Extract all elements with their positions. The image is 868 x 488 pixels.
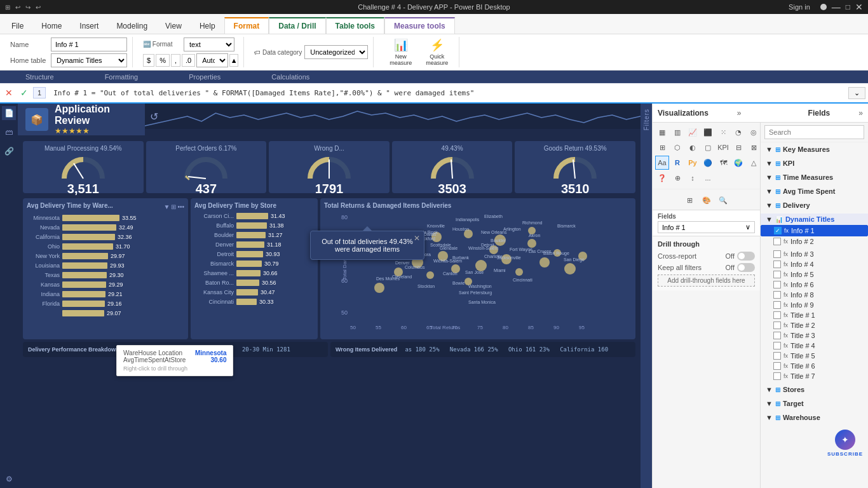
quick-measure-btn[interactable]: ⚡ Quickmeasure bbox=[420, 37, 454, 67]
expand-panels-btn[interactable]: » bbox=[737, 109, 742, 118]
viz-waterfall-icon[interactable]: ↕ bbox=[686, 171, 700, 185]
field-group-header-kpi[interactable]: ▼ ⊞ KPI bbox=[761, 158, 868, 169]
field-item-info8[interactable]: fx Info # 8 bbox=[761, 290, 868, 300]
formula-close-btn[interactable]: ✕ bbox=[3, 88, 15, 98]
viz-pie-icon[interactable]: ◔ bbox=[731, 125, 745, 139]
formula-input[interactable] bbox=[51, 88, 846, 98]
viz-more-icon[interactable]: ... bbox=[701, 171, 715, 185]
field-group-header-target[interactable]: ▼ ⊞ Target bbox=[761, 398, 868, 409]
field-group-header-avg[interactable]: ▼ ⊞ Avg Time Spent bbox=[761, 186, 868, 197]
viz-scatter-icon[interactable]: ⁙ bbox=[716, 125, 730, 139]
name-input[interactable] bbox=[51, 37, 127, 51]
tab-home[interactable]: Home bbox=[32, 18, 71, 34]
fields-well-dropdown[interactable]: Info # 1 ∨ bbox=[658, 221, 755, 233]
field-group-header-dynamic[interactable]: ▼ 📊 Dynamic Titles bbox=[761, 214, 868, 225]
cross-report-toggle[interactable] bbox=[737, 252, 755, 261]
warehouse-more-icon[interactable]: ••• bbox=[177, 203, 184, 210]
tab-table-tools[interactable]: Table tools bbox=[326, 17, 384, 34]
warehouse-table-icon[interactable]: ⊞ bbox=[171, 203, 176, 210]
field-item-title6[interactable]: fx Title # 6 bbox=[761, 361, 868, 371]
viz-area-icon[interactable]: ⬛ bbox=[701, 125, 715, 139]
viz-shape-icon[interactable]: △ bbox=[747, 156, 761, 170]
field-item-title3[interactable]: fx Title # 3 bbox=[761, 330, 868, 341]
new-measure-btn[interactable]: 📊 Newmeasure bbox=[384, 37, 417, 67]
viz-bar-icon[interactable]: ▦ bbox=[655, 125, 669, 139]
viz-decomp-icon[interactable]: ⊕ bbox=[670, 171, 684, 185]
left-icon-data[interactable]: 🗃 bbox=[2, 125, 16, 139]
expand-fields-btn[interactable]: » bbox=[858, 109, 863, 118]
field-group-header-warehouse[interactable]: ▼ ⊞ Warehouse bbox=[761, 412, 868, 423]
viz-kpi-icon[interactable]: KPI bbox=[716, 140, 730, 154]
field-item-info2[interactable]: fx Info # 2 bbox=[761, 236, 868, 247]
maximize-btn[interactable]: □ bbox=[846, 3, 850, 11]
viz-stacked-bar-icon[interactable]: ▥ bbox=[670, 125, 684, 139]
field-item-info5[interactable]: fx Info # 5 bbox=[761, 269, 868, 280]
field-item-info3[interactable]: fx Info # 3 bbox=[761, 249, 868, 259]
viz-gauge-icon[interactable]: ◐ bbox=[686, 140, 700, 154]
viz-py-icon[interactable]: Py bbox=[686, 156, 700, 170]
viz-funnel-icon[interactable]: ⬡ bbox=[670, 140, 684, 154]
formula-expand-btn[interactable]: ⌄ bbox=[848, 87, 865, 99]
percent-btn[interactable]: % bbox=[156, 54, 170, 67]
tab-format[interactable]: Format bbox=[224, 17, 269, 34]
viz-r-icon[interactable]: R bbox=[670, 156, 684, 170]
back-arrow[interactable]: ↺ bbox=[150, 111, 158, 123]
field-item-title7[interactable]: fx Title # 7 bbox=[761, 371, 868, 381]
tab-insert[interactable]: Insert bbox=[71, 18, 107, 34]
field-item-title1[interactable]: fx Title # 1 bbox=[761, 310, 868, 320]
tab-data-drill[interactable]: Data / Drill bbox=[269, 17, 325, 34]
field-item-info1[interactable]: ✓ fx Info # 1 bbox=[761, 225, 868, 236]
viz-table-icon[interactable]: ⊟ bbox=[731, 140, 745, 154]
viz-treemap-icon[interactable]: ⊞ bbox=[655, 140, 669, 154]
viz-map-icon[interactable]: 🗺 bbox=[716, 156, 730, 170]
field-item-info4[interactable]: fx Info # 4 bbox=[761, 259, 868, 269]
format-select[interactable]: text bbox=[184, 37, 234, 51]
viz-filled-map-icon[interactable]: 🌍 bbox=[731, 156, 745, 170]
viz-fields-icon[interactable]: ⊞ bbox=[683, 193, 697, 207]
field-item-info6[interactable]: fx Info # 6 bbox=[761, 280, 868, 290]
tab-view[interactable]: View bbox=[156, 18, 191, 34]
left-icon-report[interactable]: 📄 bbox=[2, 106, 16, 120]
left-icon-model[interactable]: 🔗 bbox=[2, 144, 16, 158]
currency-btn[interactable]: $ bbox=[143, 54, 154, 67]
field-item-title2[interactable]: fx Title # 2 bbox=[761, 320, 868, 330]
viz-selected-icon[interactable]: Aa bbox=[655, 156, 669, 170]
home-table-select[interactable]: Dynamic Titles bbox=[51, 53, 127, 67]
subscribe-logo[interactable]: ✦ SUBSCRIBE bbox=[827, 430, 863, 457]
fields-search-input[interactable] bbox=[764, 125, 864, 139]
viz-line-icon[interactable]: 📈 bbox=[686, 125, 700, 139]
close-btn[interactable]: ✕ bbox=[855, 2, 863, 12]
data-category-select[interactable]: Uncategorized bbox=[304, 45, 368, 59]
field-item-title5[interactable]: fx Title # 5 bbox=[761, 351, 868, 361]
viz-card-icon[interactable]: ▢ bbox=[701, 140, 715, 154]
warehouse-filter-icon[interactable]: ▼ bbox=[164, 203, 170, 210]
formula-confirm-btn[interactable]: ✓ bbox=[18, 88, 31, 98]
field-item-title4[interactable]: fx Title # 4 bbox=[761, 341, 868, 351]
viz-analytics-icon[interactable]: 🔍 bbox=[716, 193, 730, 207]
viz-donut-icon[interactable]: ◎ bbox=[747, 125, 761, 139]
field-group-header-delivery[interactable]: ▼ ⊞ Delivery bbox=[761, 200, 868, 211]
field-group-header-stores[interactable]: ▼ ⊞ Stores bbox=[761, 384, 868, 395]
left-icon-settings[interactable]: ⚙ bbox=[2, 472, 16, 486]
tab-help[interactable]: Help bbox=[191, 18, 224, 34]
auto-select[interactable]: Auto bbox=[196, 53, 228, 67]
keep-filters-toggle[interactable] bbox=[737, 263, 755, 272]
decimal-btn[interactable]: .0 bbox=[182, 54, 195, 67]
auto-spin-up[interactable]: ▲ bbox=[229, 54, 238, 67]
comma-btn[interactable]: , bbox=[171, 54, 180, 67]
tab-modeling[interactable]: Modeling bbox=[107, 18, 156, 34]
tab-file[interactable]: File bbox=[3, 18, 32, 34]
section-formatting: Formatting bbox=[79, 73, 164, 81]
tooltip-close-btn[interactable]: ✕ bbox=[414, 234, 420, 243]
viz-qna-icon[interactable]: ❓ bbox=[655, 171, 669, 185]
tab-measure-tools[interactable]: Measure tools bbox=[384, 17, 455, 34]
viz-format-icon[interactable]: 🎨 bbox=[700, 193, 714, 207]
field-group-header-key-measures[interactable]: ▼ ⊞ Key Measures bbox=[761, 144, 868, 155]
window-controls[interactable]: Sign in — □ ✕ bbox=[789, 2, 863, 12]
field-group-header-time[interactable]: ▼ ⊞ Time Measures bbox=[761, 172, 868, 183]
viz-arc-icon[interactable]: 🔵 bbox=[701, 156, 715, 170]
viz-matrix-icon[interactable]: ⊠ bbox=[747, 140, 761, 154]
minimize-btn[interactable]: — bbox=[832, 2, 841, 12]
field-item-info9[interactable]: fx Info # 9 bbox=[761, 300, 868, 310]
add-drill-through-btn[interactable]: Add drill-through fields here bbox=[658, 274, 755, 287]
